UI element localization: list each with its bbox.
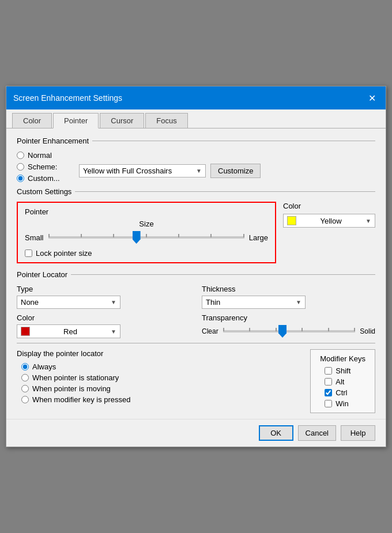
transparency-label: Transparency [202,313,375,322]
pointer-radio-group: Normal Scheme: Custom... [17,151,74,183]
scheme-dropdown[interactable]: Yellow with Full Crosshairs ▼ [79,164,206,177]
shift-row: Shift [325,366,365,375]
dialog-title: Screen Enhancement Settings [13,93,122,103]
cancel-button[interactable]: Cancel [298,425,336,441]
dialog: Screen Enhancement Settings ✕ Color Poin… [6,86,386,447]
display-modifier-row: When modifier key is pressed [21,395,299,404]
tab-focus[interactable]: Focus [145,113,187,128]
custom-settings-label: Custom Settings [17,187,71,196]
clear-label: Clear [202,327,218,335]
size-slider-row: Small [25,230,268,244]
win-checkbox[interactable] [325,400,332,407]
transparency-slider-row: Clear [202,324,375,338]
scheme-dropdown-arrow: ▼ [196,168,202,174]
color-dropdown-arrow: ▼ [365,218,371,224]
size-slider-thumb[interactable] [133,231,141,244]
normal-radio[interactable] [17,152,24,159]
display-modifier-radio[interactable] [21,396,29,403]
section-divider [92,141,375,141]
display-stationary-row: When pointer is stationary [21,373,299,382]
locator-section-divider [71,274,375,275]
shift-label: Shift [336,366,350,375]
thickness-label: Thickness [202,285,375,293]
size-slider-container [48,230,244,244]
thickness-dropdown-arrow: ▼ [296,299,301,305]
scheme-value: Yellow with Full Crosshairs [83,167,172,175]
customize-button[interactable]: Customize [210,164,261,178]
display-always-radio[interactable] [21,363,29,371]
tab-strip: Color Pointer Cursor Focus [6,109,386,128]
thickness-dropdown[interactable]: Thin ▼ [202,296,306,309]
display-always-row: Always [21,362,299,371]
locator-color-dropdown-arrow: ▼ [111,328,116,335]
display-moving-row: When pointer is moving [21,384,299,393]
type-value: None [21,298,39,307]
color-swatch [287,216,296,225]
color-value: Yellow [320,217,341,225]
win-label: Win [336,399,348,408]
help-button[interactable]: Help [341,425,375,441]
display-stationary-label: When pointer is stationary [32,373,119,382]
custom-radio[interactable] [17,175,24,182]
tab-cursor[interactable]: Cursor [100,113,144,128]
transparency-slider-thumb[interactable] [278,325,287,338]
alt-label: Alt [336,377,344,386]
ok-button[interactable]: OK [259,425,293,441]
ctrl-checkbox[interactable] [325,389,332,396]
lock-pointer-label: Lock pointer size [36,249,92,258]
scheme-controls: Yellow with Full Crosshairs ▼ Customize [79,164,261,178]
display-section-rule [17,343,375,343]
scheme-radio[interactable] [17,163,24,171]
display-modifier-label: When modifier key is pressed [32,395,131,404]
type-dropdown[interactable]: None ▼ [17,296,120,309]
size-section: Size Small [25,220,268,244]
ctrl-row: Ctrl [325,388,365,397]
pointer-enhancement-label: Pointer Enhancement [17,137,89,145]
alt-checkbox[interactable] [325,378,332,385]
trans-tick-2 [249,328,250,331]
size-slider-track [48,236,244,239]
display-moving-label: When pointer is moving [32,384,111,393]
tab-color[interactable]: Color [12,113,52,128]
small-label: Small [25,233,44,242]
color-dropdown[interactable]: Yellow ▼ [283,214,375,228]
shift-checkbox[interactable] [325,367,332,375]
tick-2 [81,234,82,237]
transparency-col: Transparency Clear [202,313,375,338]
transparency-slider-container [223,324,356,338]
dialog-footer: OK Cancel Help [6,419,386,447]
pointer-settings-box: Pointer Size Small [17,202,276,263]
pointer-enhancement-section: Pointer Enhancement [17,137,375,145]
trans-tick-6 [354,328,355,331]
display-divider [17,343,375,343]
type-dropdown-arrow: ▼ [111,299,116,305]
pointer-enhancement-options: Normal Scheme: Custom... Yellow with Ful… [17,151,375,183]
locator-color-col: Color Red ▼ [17,313,190,338]
large-label: Large [249,233,268,242]
color-section-label: Color [283,202,375,210]
size-label: Size [25,220,268,228]
display-always-label: Always [32,362,56,371]
type-col: Type None ▼ [17,285,190,309]
lock-pointer-checkbox[interactable] [25,250,32,257]
type-label: Type [17,285,190,293]
tick-6 [210,234,212,237]
display-moving-radio[interactable] [21,385,29,392]
tab-content: Pointer Enhancement Normal Scheme: Custo… [6,128,386,419]
pointer-box-title: Pointer [25,207,268,216]
tick-3 [113,234,114,237]
trans-slider-ticks [223,328,356,331]
display-stationary-radio[interactable] [21,374,29,381]
close-button[interactable]: ✕ [365,91,379,105]
custom-settings-section: Custom Settings [17,187,375,196]
ctrl-label: Ctrl [336,388,347,397]
normal-label: Normal [28,151,52,160]
pointer-locator-section: Pointer Locator [17,270,375,279]
tab-pointer[interactable]: Pointer [53,113,99,128]
trans-tick-1 [223,328,224,331]
trans-slider-track [223,330,356,332]
locator-color-dropdown[interactable]: Red ▼ [17,324,120,338]
title-bar: Screen Enhancement Settings ✕ [6,86,386,109]
modifier-keys-title: Modifier Keys [320,354,365,363]
trans-tick-3 [276,328,277,331]
